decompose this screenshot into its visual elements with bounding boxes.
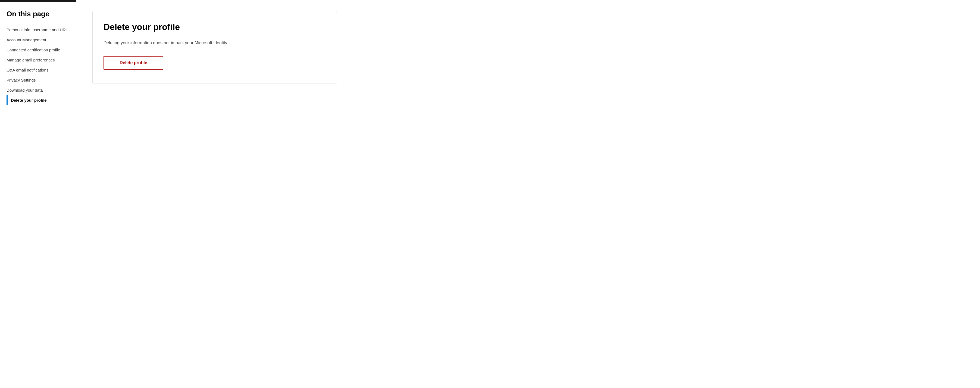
sidebar-heading: On this page — [6, 10, 76, 18]
delete-profile-button[interactable]: Delete profile — [103, 56, 163, 70]
sidebar-nav: Personal info, username and URL Account … — [6, 25, 76, 105]
sidebar-item-download-data[interactable]: Download your data — [6, 85, 76, 95]
sidebar-top-bar — [0, 0, 76, 2]
page-title: Delete your profile — [103, 22, 326, 32]
sidebar: On this page Personal info, username and… — [0, 0, 76, 388]
main-content: Delete your profile Deleting your inform… — [76, 0, 980, 388]
sidebar-item-qa-email[interactable]: Q&A email notifications — [6, 65, 76, 75]
sidebar-item-privacy-settings[interactable]: Privacy Settings — [6, 75, 76, 85]
section-description: Deleting your information does not impac… — [103, 40, 326, 46]
sidebar-item-account-management[interactable]: Account Management — [6, 35, 76, 45]
sidebar-item-personal-info[interactable]: Personal info, username and URL — [6, 25, 76, 35]
sidebar-item-connected-certification[interactable]: Connected certification profile — [6, 45, 76, 55]
delete-profile-section: Delete your profile Deleting your inform… — [92, 11, 337, 83]
sidebar-item-manage-email[interactable]: Manage email preferences — [6, 55, 76, 65]
sidebar-item-delete-profile[interactable]: Delete your profile — [6, 95, 76, 105]
